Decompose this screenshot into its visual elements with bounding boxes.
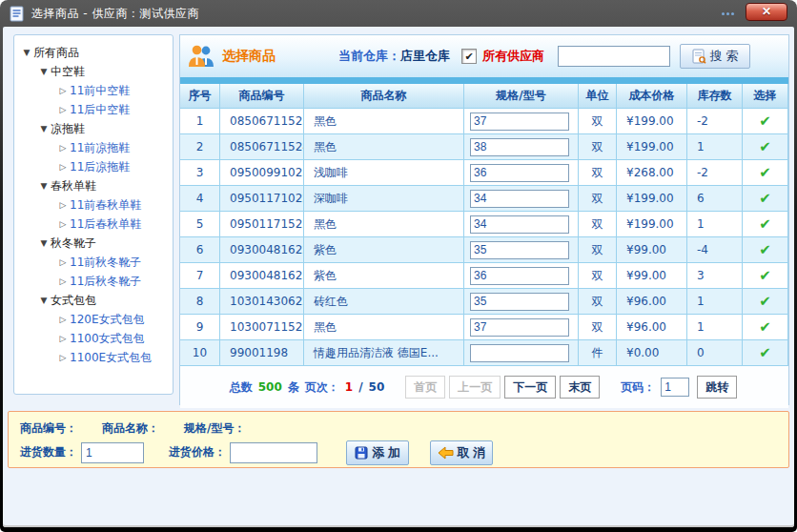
collapsed-arrow-icon[interactable]: ▷ bbox=[56, 219, 70, 229]
select-check-icon[interactable]: ✔ bbox=[759, 344, 771, 361]
cell-select: ✔ bbox=[743, 160, 788, 186]
collapsed-arrow-icon[interactable]: ▷ bbox=[56, 276, 70, 286]
tree-item[interactable]: ▷11后秋冬靴子 bbox=[18, 272, 169, 291]
spec-input[interactable] bbox=[470, 241, 569, 259]
first-page-button: 首页 bbox=[405, 376, 445, 399]
spec-input[interactable] bbox=[470, 190, 569, 208]
spec-input[interactable] bbox=[470, 293, 569, 311]
cell-product-code: 095011710220 bbox=[220, 186, 304, 212]
tree-item[interactable]: ▷11前秋冬靴子 bbox=[18, 253, 169, 272]
cell-unit: 双 bbox=[579, 289, 617, 315]
cell-unit: 双 bbox=[579, 315, 617, 340]
cell-spec bbox=[464, 237, 579, 263]
tree-item[interactable]: ▷11前凉拖鞋 bbox=[18, 138, 169, 157]
cell-product-name: 紫色 bbox=[304, 263, 464, 289]
collapsed-arrow-icon[interactable]: ▷ bbox=[56, 334, 70, 343]
document-icon bbox=[10, 6, 24, 22]
last-page-button[interactable]: 末页 bbox=[560, 376, 600, 399]
tree-item[interactable]: ▼凉拖鞋 bbox=[18, 119, 169, 138]
cell-product-code: 085067115235 bbox=[220, 109, 304, 134]
minimize-button[interactable] bbox=[715, 10, 740, 17]
tree-item[interactable]: ▷11前春秋单鞋 bbox=[18, 195, 169, 215]
cell-select: ✔ bbox=[743, 263, 788, 289]
expanded-arrow-icon[interactable]: ▼ bbox=[20, 48, 33, 57]
tree-item[interactable]: ▷1100E女式包包 bbox=[18, 348, 169, 367]
expanded-arrow-icon[interactable]: ▼ bbox=[37, 296, 51, 305]
tree-item[interactable]: ▷11后中空鞋 bbox=[18, 100, 169, 119]
cell-stock: 1 bbox=[687, 315, 743, 340]
cell-product-code: 095011715220 bbox=[220, 212, 304, 237]
column-header: 库存数 bbox=[687, 84, 743, 109]
tree-item[interactable]: ▼所有商品 bbox=[18, 43, 169, 62]
collapsed-arrow-icon[interactable]: ▷ bbox=[56, 86, 70, 95]
cell-stock: 3 bbox=[687, 263, 743, 289]
warehouse-label: 当前仓库： bbox=[338, 48, 400, 65]
tree-item-label: 1100女式包包 bbox=[70, 331, 145, 347]
goto-label: 页码： bbox=[621, 379, 655, 396]
cell-cost-price: ¥0.00 bbox=[617, 340, 687, 366]
tree-item[interactable]: ▼秋冬靴子 bbox=[18, 234, 169, 253]
selected-item-row: 商品编号： 商品名称： 规格/型号： bbox=[20, 417, 777, 440]
spec-input[interactable] bbox=[470, 164, 569, 182]
tree-item[interactable]: ▷120E女式包包 bbox=[18, 310, 169, 329]
spec-input[interactable] bbox=[470, 138, 569, 156]
close-button[interactable]: ✕ bbox=[746, 3, 787, 21]
select-check-icon[interactable]: ✔ bbox=[759, 138, 771, 155]
all-suppliers-label: 所有供应商 bbox=[482, 48, 544, 65]
code-label: 商品编号： bbox=[20, 420, 77, 437]
collapsed-arrow-icon[interactable]: ▷ bbox=[56, 105, 70, 114]
tree-item[interactable]: ▼女式包包 bbox=[18, 291, 169, 310]
spec-input[interactable] bbox=[470, 318, 569, 337]
collapsed-arrow-icon[interactable]: ▷ bbox=[56, 257, 70, 267]
collapsed-arrow-icon[interactable]: ▷ bbox=[56, 353, 70, 362]
price-input[interactable] bbox=[230, 442, 317, 463]
tree-item[interactable]: ▷1100女式包包 bbox=[18, 329, 169, 348]
cell-product-code: 093004816225 bbox=[220, 237, 304, 263]
titlebar: 选择商品 - 供应商：测试供应商 ✕ bbox=[0, 0, 797, 27]
panel-title: 选择商品 bbox=[222, 48, 276, 65]
collapsed-arrow-icon[interactable]: ▷ bbox=[56, 200, 70, 210]
cell-stock: 0 bbox=[687, 340, 743, 366]
collapsed-arrow-icon[interactable]: ▷ bbox=[56, 315, 70, 324]
total-unit: 条 bbox=[288, 379, 299, 396]
tree-item-label: 11后凉拖鞋 bbox=[70, 159, 130, 175]
select-check-icon[interactable]: ✔ bbox=[759, 293, 771, 310]
cell-product-code: 99001198 bbox=[220, 340, 304, 366]
spec-input[interactable] bbox=[470, 215, 569, 234]
search-input[interactable] bbox=[558, 46, 670, 67]
cell-select: ✔ bbox=[743, 289, 788, 315]
qty-input[interactable] bbox=[81, 442, 144, 463]
expanded-arrow-icon[interactable]: ▼ bbox=[37, 181, 51, 191]
cancel-button[interactable]: 取 消 bbox=[430, 440, 493, 465]
search-button[interactable]: 搜 索 bbox=[680, 44, 750, 69]
back-arrow-icon bbox=[438, 446, 454, 460]
select-check-icon[interactable]: ✔ bbox=[759, 318, 771, 336]
tree-item[interactable]: ▷11前中空鞋 bbox=[18, 81, 169, 100]
spec-input[interactable] bbox=[470, 267, 569, 285]
select-check-icon[interactable]: ✔ bbox=[759, 241, 771, 258]
tree-item[interactable]: ▷11后凉拖鞋 bbox=[18, 157, 169, 176]
goto-button[interactable]: 跳转 bbox=[697, 376, 737, 399]
all-suppliers-checkbox[interactable]: ✔ bbox=[461, 49, 477, 64]
cancel-button-label: 取 消 bbox=[458, 444, 486, 461]
select-check-icon[interactable]: ✔ bbox=[759, 164, 771, 181]
expanded-arrow-icon[interactable]: ▼ bbox=[37, 67, 51, 76]
spec-input[interactable] bbox=[470, 344, 569, 362]
add-button[interactable]: 添 加 bbox=[346, 440, 409, 465]
tree-item[interactable]: ▼春秋单鞋 bbox=[18, 176, 169, 195]
select-check-icon[interactable]: ✔ bbox=[759, 215, 771, 233]
tree-item[interactable]: ▼中空鞋 bbox=[18, 62, 169, 81]
select-check-icon[interactable]: ✔ bbox=[759, 113, 771, 130]
collapsed-arrow-icon[interactable]: ▷ bbox=[56, 162, 70, 172]
next-page-button[interactable]: 下一页 bbox=[504, 376, 556, 399]
column-header: 规格/型号 bbox=[464, 84, 579, 109]
spec-input[interactable] bbox=[470, 113, 569, 131]
expanded-arrow-icon[interactable]: ▼ bbox=[37, 124, 51, 133]
select-check-icon[interactable]: ✔ bbox=[759, 190, 771, 207]
purchase-form-panel: 商品编号： 商品名称： 规格/型号： 进货数量： 进货价格： 添 加 bbox=[8, 411, 789, 468]
select-check-icon[interactable]: ✔ bbox=[759, 267, 771, 284]
collapsed-arrow-icon[interactable]: ▷ bbox=[56, 143, 70, 153]
expanded-arrow-icon[interactable]: ▼ bbox=[37, 238, 51, 248]
tree-item[interactable]: ▷11后春秋单鞋 bbox=[18, 215, 169, 234]
goto-page-input[interactable] bbox=[661, 378, 689, 397]
